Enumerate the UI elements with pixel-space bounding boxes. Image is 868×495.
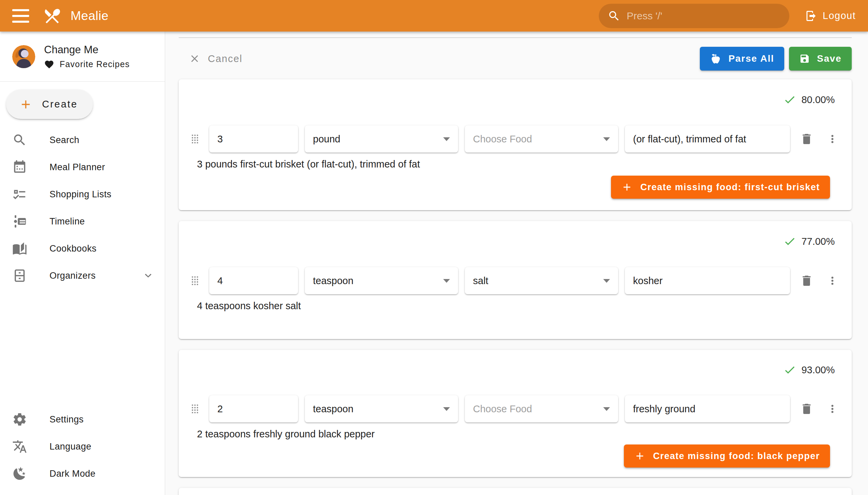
search-icon xyxy=(608,10,620,22)
food-select[interactable]: Choose Food xyxy=(465,395,618,423)
dropdown-arrow-icon xyxy=(443,279,450,283)
drag-handle-icon[interactable] xyxy=(187,273,202,288)
ingredient-fields-row: pound Choose Food xyxy=(187,125,843,153)
confidence-value: 77.00% xyxy=(802,236,835,247)
sidebar-item-cookbooks[interactable]: Cookbooks xyxy=(0,235,165,262)
app-title: Mealie xyxy=(70,9,108,23)
avatar[interactable] xyxy=(12,45,35,68)
sidebar-item-timeline[interactable]: Timeline xyxy=(0,208,165,235)
apple-icon xyxy=(710,53,721,64)
open-book-icon xyxy=(12,241,27,256)
user-name: Change Me xyxy=(44,44,130,56)
check-icon xyxy=(783,93,796,106)
confidence-value: 93.00% xyxy=(802,364,835,376)
sidebar-item-label: Meal Planner xyxy=(50,162,155,173)
logout-button[interactable]: Logout xyxy=(805,10,856,22)
note-input[interactable] xyxy=(625,395,790,423)
confidence-row: 77.00% xyxy=(187,235,843,248)
create-missing-food-row: Create missing food: first-cut brisket xyxy=(187,176,843,199)
create-button-label: Create xyxy=(42,99,78,110)
heart-icon xyxy=(44,59,54,69)
delete-icon[interactable] xyxy=(799,131,814,147)
mealie-logo-icon xyxy=(43,6,62,25)
drag-handle-icon[interactable] xyxy=(187,402,202,416)
checklist-icon xyxy=(12,187,27,202)
sidebar-item-label: Language xyxy=(50,441,155,452)
delete-icon[interactable] xyxy=(799,401,814,417)
sidebar-item-organizers[interactable]: Organizers xyxy=(0,262,165,289)
drag-handle-icon[interactable] xyxy=(187,132,202,147)
ingredient-card: 93.00% teaspoon Choose Food 2 teaspoons … xyxy=(179,350,852,477)
check-icon xyxy=(783,235,796,248)
quantity-input[interactable] xyxy=(209,125,298,153)
ingredient-fields-row: teaspoon Choose Food xyxy=(187,395,843,423)
delete-icon[interactable] xyxy=(799,273,814,289)
gear-icon xyxy=(12,412,27,427)
plus-icon xyxy=(621,182,633,193)
cancel-label: Cancel xyxy=(208,53,242,64)
calendar-icon xyxy=(12,160,27,175)
create-button[interactable]: Create xyxy=(6,89,93,119)
chevron-down-icon xyxy=(142,269,155,282)
create-missing-food-row: Create missing food: black pepper xyxy=(187,444,843,467)
sidebar-item-label: Search xyxy=(50,135,155,146)
user-section: Change Me Favorite Recipes xyxy=(0,32,165,81)
confidence-row: 93.00% xyxy=(187,363,843,376)
sidebar-item-shopping-lists[interactable]: Shopping Lists xyxy=(0,181,165,208)
top-app-bar: Mealie Press '/' Logout xyxy=(0,0,868,32)
unit-select[interactable]: teaspoon xyxy=(305,395,458,423)
magnify-icon xyxy=(12,133,27,148)
main-content: Cancel Parse All Save 80.00% xyxy=(165,32,868,495)
unit-select[interactable]: pound xyxy=(305,125,458,153)
unit-select[interactable]: teaspoon xyxy=(305,267,458,294)
check-icon xyxy=(783,363,796,376)
quantity-input[interactable] xyxy=(209,395,298,423)
translate-icon xyxy=(12,439,27,454)
create-missing-food-button[interactable]: Create missing food: black pepper xyxy=(624,444,830,467)
moon-icon xyxy=(12,466,27,481)
kebab-menu-icon[interactable] xyxy=(825,402,839,416)
menu-hamburger-icon[interactable] xyxy=(12,9,29,23)
kebab-menu-icon[interactable] xyxy=(825,132,839,146)
ingredient-card-partial xyxy=(179,488,852,495)
parse-all-button[interactable]: Parse All xyxy=(700,47,784,70)
logout-label: Logout xyxy=(822,10,856,21)
sidebar-nav: Search Meal Planner Shopping Lists Timel… xyxy=(0,126,165,289)
sidebar: Change Me Favorite Recipes Create xyxy=(0,32,165,495)
sidebar-footer-nav: Settings Language Dark Mode xyxy=(0,406,165,487)
kebab-menu-icon[interactable] xyxy=(825,274,839,288)
sidebar-item-search[interactable]: Search xyxy=(0,126,165,154)
sidebar-item-settings[interactable]: Settings xyxy=(0,406,165,433)
note-input[interactable] xyxy=(625,267,790,294)
note-input[interactable] xyxy=(625,125,790,153)
plus-icon xyxy=(19,98,33,111)
dropdown-arrow-icon xyxy=(603,137,610,141)
logout-icon xyxy=(805,10,817,22)
sidebar-item-label: Dark Mode xyxy=(50,468,155,479)
dropdown-arrow-icon xyxy=(603,279,610,283)
save-button[interactable]: Save xyxy=(789,47,852,70)
sidebar-item-meal-planner[interactable]: Meal Planner xyxy=(0,154,165,181)
confidence-row: 80.00% xyxy=(187,93,843,106)
food-select[interactable]: Choose Food xyxy=(465,125,618,153)
sidebar-item-label: Timeline xyxy=(50,216,155,227)
sidebar-item-language[interactable]: Language xyxy=(0,433,165,460)
ingredient-card: 77.00% teaspoon salt 4 teaspoons kosher … xyxy=(179,221,852,339)
favorite-recipes-link[interactable]: Favorite Recipes xyxy=(44,59,130,69)
plus-icon xyxy=(634,450,646,462)
food-select[interactable]: salt xyxy=(465,267,618,294)
quantity-input[interactable] xyxy=(209,267,298,294)
search-input[interactable]: Press '/' xyxy=(599,4,789,28)
ingredient-fields-row: teaspoon salt xyxy=(187,267,843,294)
create-missing-food-button[interactable]: Create missing food: first-cut brisket xyxy=(611,176,830,199)
dropdown-arrow-icon xyxy=(603,407,610,411)
cancel-button[interactable]: Cancel xyxy=(189,53,242,64)
save-icon xyxy=(799,53,810,64)
dropdown-arrow-icon xyxy=(443,137,450,141)
sidebar-item-label: Settings xyxy=(50,414,155,425)
search-placeholder: Press '/' xyxy=(627,10,662,22)
sidebar-item-dark-mode[interactable]: Dark Mode xyxy=(0,460,165,487)
original-ingredient-text: 4 teaspoons kosher salt xyxy=(197,301,843,312)
ingredient-card: 80.00% pound Choose Food 3 pounds first-… xyxy=(179,79,852,210)
original-ingredient-text: 2 teaspoons freshly ground black pepper xyxy=(197,429,843,440)
